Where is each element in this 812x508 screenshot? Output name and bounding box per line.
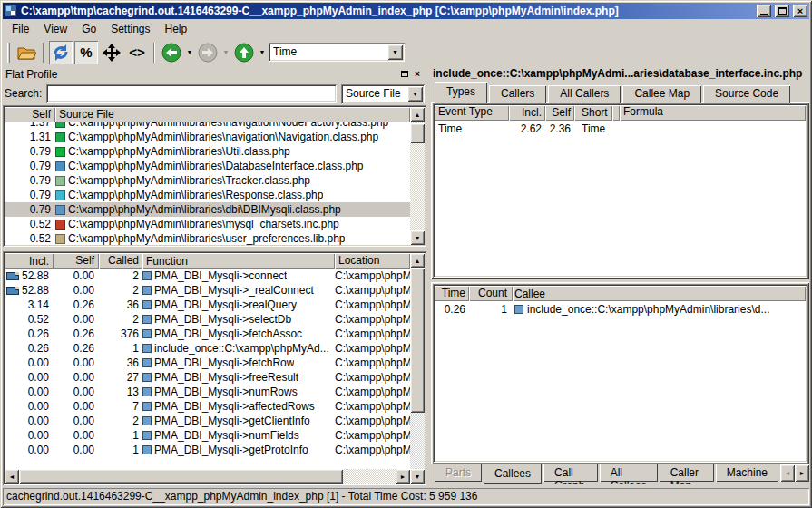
forward-button[interactable] (196, 41, 220, 64)
callee-row[interactable]: 0.26 1 include_once::C:\xampp\phpMyAdmin… (435, 301, 806, 317)
file-row[interactable]: 0.79 C:\xampp\phpMyAdmin\libraries\Datab… (5, 159, 410, 173)
back-dropdown-arrow-icon[interactable]: ▼ (185, 41, 194, 64)
function-row[interactable]: 0.00 0.00 36 PMA_DBI_Mysqli->fetchRow C:… (5, 356, 410, 370)
minimize-button[interactable] (757, 5, 771, 17)
scrollbar-track[interactable] (410, 122, 425, 230)
tab-scroll-right-button[interactable]: ► (795, 464, 809, 482)
detail-bottom-tab[interactable]: Parts (435, 464, 482, 482)
column-header-callee[interactable]: Callee (513, 286, 806, 301)
detail-bottom-tab[interactable]: All Callees (600, 464, 658, 482)
event-type-row[interactable]: Time 2.62 2.36 Time (435, 121, 806, 136)
scrollbar-thumb[interactable] (410, 123, 425, 143)
detail-tab[interactable]: Callee Map (622, 85, 701, 103)
function-row[interactable]: 52.88 0.00 2 PMA_DBI_Mysqli->_realConnec… (5, 283, 410, 298)
column-header-called[interactable]: Called (99, 253, 142, 269)
detail-tab[interactable]: Source Code (703, 85, 790, 103)
function-row[interactable]: 0.00 0.00 2 PMA_DBI_Mysqli->getClientInf… (5, 414, 410, 428)
callees-tab-content: Time Count Callee 0.26 1 (431, 282, 809, 464)
function-row[interactable]: 0.26 0.26 376 PMA_DBI_Mysqli->fetchAssoc… (5, 327, 410, 341)
column-header-short[interactable]: Short (574, 105, 612, 121)
menu-item[interactable]: Settings (103, 21, 157, 37)
column-header-self[interactable]: Self (5, 107, 55, 122)
function-row[interactable]: 0.26 0.26 1 include_once::C:\xampp\phpMy… (5, 341, 410, 356)
shorten-templates-button[interactable]: <> (125, 41, 149, 64)
detail-bottom-tab[interactable]: Callees (484, 464, 542, 484)
file-row[interactable]: 0.79 C:\xampp\phpMyAdmin\libraries\dbi\D… (5, 202, 410, 217)
function-row[interactable]: 0.00 0.00 13 PMA_DBI_Mysqli->numRows C:\… (5, 385, 410, 399)
column-header-self[interactable]: Self (54, 253, 99, 269)
column-header-spacer[interactable] (612, 105, 620, 121)
open-file-button[interactable] (15, 41, 38, 64)
function-row[interactable]: 52.88 0.00 2 PMA_DBI_Mysqli->connect C:\… (5, 269, 410, 283)
dock-float-button[interactable] (398, 68, 411, 80)
scrollbar-track[interactable] (19, 469, 396, 484)
event-type-combo[interactable]: Time ▼ (269, 43, 405, 62)
function-row[interactable]: 0.00 0.00 27 PMA_DBI_Mysqli->freeResult … (5, 370, 410, 385)
scrollbar-right-button[interactable]: ► (396, 469, 410, 484)
column-header-location[interactable]: Location (335, 253, 410, 269)
close-button[interactable]: × (793, 5, 807, 17)
toolbar-handle[interactable] (7, 43, 10, 63)
function-table-hscrollbar[interactable]: ◄ ► (5, 469, 410, 484)
detail-bottom-tab[interactable]: Call Graph (543, 464, 598, 482)
up-dropdown-arrow-icon[interactable]: ▼ (258, 41, 267, 64)
scrollbar-up-button[interactable]: ▲ (410, 253, 425, 268)
detail-tab[interactable]: Callers (489, 85, 546, 103)
menu-item[interactable]: File (5, 21, 36, 37)
menu-item[interactable]: View (36, 21, 74, 37)
function-row[interactable]: 0.00 0.00 1 PMA_DBI_Mysqli->getProtoInfo… (5, 443, 410, 457)
refresh-button[interactable] (49, 41, 73, 64)
scrollbar-track[interactable] (410, 268, 425, 469)
file-row[interactable]: 1.37 C:\xampp\phpMyAdmin\libraries\navig… (5, 122, 410, 130)
forward-dropdown-arrow-icon[interactable]: ▼ (221, 41, 230, 64)
file-table-vscrollbar[interactable]: ▲ ▼ (410, 107, 425, 245)
search-input[interactable] (46, 84, 337, 103)
menu-item[interactable]: Help (158, 21, 195, 37)
percent-toggle-button[interactable]: % (74, 41, 98, 64)
column-header-incl[interactable]: Incl. (509, 105, 545, 121)
column-header-event-type[interactable]: Event Type (435, 105, 509, 121)
title-bar[interactable]: C:\xampp\tmp\cachegrind.out.1416463299-C… (3, 3, 809, 19)
file-row[interactable]: 0.79 C:\xampp\phpMyAdmin\libraries\Respo… (5, 188, 410, 202)
cost-color-swatch (55, 147, 65, 157)
scrollbar-up-button[interactable]: ▲ (410, 107, 425, 122)
function-row[interactable]: 0.00 0.00 7 PMA_DBI_Mysqli->affectedRows… (5, 399, 410, 414)
function-row[interactable]: 0.52 0.00 2 PMA_DBI_Mysqli->selectDb C:\… (5, 312, 410, 327)
group-by-combo[interactable]: Source File ▼ (341, 84, 425, 103)
column-header-function[interactable]: Function (142, 253, 335, 269)
column-header-count[interactable]: Count (469, 286, 513, 301)
expand-areas-button[interactable] (100, 41, 123, 64)
column-header-time[interactable]: Time (435, 286, 469, 301)
column-header-formula[interactable]: Formula (620, 105, 806, 121)
tab-scroll-left-button[interactable]: ◄ (780, 464, 795, 482)
scrollbar-thumb[interactable] (410, 268, 425, 413)
detail-bottom-tab[interactable]: Caller Map (660, 464, 714, 482)
event-type-value: Time (269, 43, 386, 62)
scrollbar-down-button[interactable]: ▼ (410, 469, 425, 484)
function-row[interactable]: 3.14 0.26 36 PMA_DBI_Mysqli->realQuery C… (5, 298, 410, 312)
scrollbar-down-button[interactable]: ▼ (410, 230, 425, 245)
up-button[interactable] (232, 41, 256, 64)
function-table-vscrollbar[interactable]: ▲ ▼ (410, 253, 425, 484)
column-header-incl[interactable]: Incl. (5, 253, 54, 269)
file-row[interactable]: 0.79 C:\xampp\phpMyAdmin\libraries\Util.… (5, 144, 410, 159)
combo-dropdown-arrow-icon[interactable]: ▼ (387, 44, 403, 60)
scrollbar-thumb[interactable] (19, 469, 343, 484)
detail-tab[interactable]: All Callers (548, 85, 621, 103)
menu-item[interactable]: Go (74, 21, 103, 37)
file-row[interactable]: 0.52 C:\xampp\phpMyAdmin\libraries\user_… (5, 231, 410, 245)
maximize-button[interactable] (775, 5, 789, 17)
column-header-self[interactable]: Self (545, 105, 574, 121)
file-row[interactable]: 1.31 C:\xampp\phpMyAdmin\libraries\navig… (5, 130, 410, 144)
detail-tab[interactable]: Types (435, 82, 487, 103)
back-button[interactable] (160, 41, 183, 64)
detail-bottom-tab[interactable]: Machine (716, 464, 778, 482)
function-row[interactable]: 0.00 0.00 1 PMA_DBI_Mysqli->numFields C:… (5, 428, 410, 443)
file-row[interactable]: 0.79 C:\xampp\phpMyAdmin\libraries\Track… (5, 173, 410, 188)
scrollbar-left-button[interactable]: ◄ (5, 469, 19, 484)
file-row[interactable]: 0.52 C:\xampp\phpMyAdmin\libraries\mysql… (5, 217, 410, 231)
column-header-source-file[interactable]: Source File (55, 107, 410, 122)
dock-close-button[interactable]: × (411, 68, 424, 80)
dock-title-bar[interactable]: Flat Profile × (3, 66, 426, 82)
combo-dropdown-arrow-icon[interactable]: ▼ (407, 86, 423, 102)
